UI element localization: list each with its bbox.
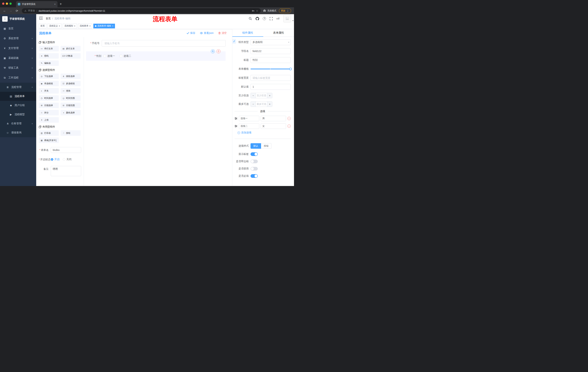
decrease-icon[interactable]: − xyxy=(251,102,256,107)
anchor-link-icon[interactable] xyxy=(232,39,236,44)
user-avatar[interactable]: ▾ xyxy=(284,15,291,22)
help-icon[interactable]: ? xyxy=(263,17,266,20)
reload-button[interactable]: ⟳ xyxy=(14,8,20,13)
tag-home[interactable]: 首页 xyxy=(39,24,46,28)
component-color-picker[interactable]: ◑颜色选择 xyxy=(61,110,81,115)
github-icon[interactable] xyxy=(256,17,259,20)
sidebar-item-system[interactable]: ⚙ 系统管理 ∨ xyxy=(0,33,36,43)
browser-menu-icon[interactable]: ⋮ xyxy=(286,9,289,12)
new-tab-button[interactable]: + xyxy=(60,2,62,6)
delete-component-button[interactable] xyxy=(217,49,220,53)
slider-handle[interactable] xyxy=(289,68,292,70)
title-input[interactable] xyxy=(251,57,291,63)
sidebar-item-payment[interactable]: ¥ 支付管理 ∨ xyxy=(0,43,36,53)
component-editor[interactable]: ✎编辑器 xyxy=(39,60,59,66)
component-date-picker[interactable]: ⊞日期选择 xyxy=(39,103,59,108)
tag-process-definition[interactable]: 流程定义 × xyxy=(47,24,62,28)
add-option-button[interactable]: + 添加选项 xyxy=(237,131,291,134)
copy-component-button[interactable] xyxy=(211,49,215,53)
component-upload[interactable]: ↥上传 xyxy=(39,117,59,123)
tab-form-props[interactable]: 表单属性 xyxy=(263,29,294,37)
tag-close-icon[interactable]: × xyxy=(59,25,60,27)
key-icon[interactable] xyxy=(252,10,254,12)
update-button[interactable]: 更新 ⋮ xyxy=(279,8,291,13)
option-2-value-input[interactable] xyxy=(261,123,286,129)
form-name-input[interactable] xyxy=(51,147,81,153)
phone-field-row[interactable]: 手机号 xyxy=(86,40,226,47)
fullscreen-icon[interactable] xyxy=(270,17,273,20)
label-width-input[interactable] xyxy=(251,75,291,81)
address-bar[interactable]: ⚠ 不安全 | dashboard.yudao.iocoder.cn/bpm/m… xyxy=(22,8,261,13)
sidebar-item-infra[interactable]: ▣ 基础设施 ∨ xyxy=(0,53,36,63)
gender-option-2-checkbox[interactable]: 选项二 xyxy=(120,54,131,58)
component-multi-text[interactable]: ▤多行文本 xyxy=(61,46,81,51)
component-switch[interactable]: ◐开关 xyxy=(39,88,59,94)
tag-close-icon[interactable]: × xyxy=(112,25,113,27)
component-table-dev[interactable]: ▦表格[开发中] xyxy=(39,138,59,143)
max-select-stepper[interactable]: − 最多可选 + xyxy=(251,101,272,107)
remove-option-icon[interactable]: − xyxy=(287,117,291,120)
min-select-stepper[interactable]: − 至少应选 + xyxy=(251,93,272,98)
design-canvas[interactable]: 手机号 性别 选项一 选 xyxy=(84,37,232,186)
sidebar-item-process-model[interactable]: ▶ 流程模型 xyxy=(0,110,36,119)
phone-input[interactable] xyxy=(102,40,226,47)
sidebar-item-process-form[interactable]: ▤ 流程表单 xyxy=(0,92,36,101)
component-single-text[interactable]: ▭单行文本 xyxy=(39,46,59,51)
increase-icon[interactable]: + xyxy=(267,102,272,107)
option-1-value-input[interactable] xyxy=(261,116,286,121)
app-logo[interactable]: 芋道管理系统 xyxy=(0,14,36,24)
tag-process-model[interactable]: 流程模型 × xyxy=(63,24,77,28)
bookmark-star-icon[interactable]: ☆ xyxy=(256,10,258,12)
remove-option-icon[interactable]: − xyxy=(287,125,291,128)
component-password[interactable]: ∗密码 xyxy=(39,53,59,59)
show-label-switch[interactable] xyxy=(251,152,258,156)
component-counter[interactable]: 123计数器 xyxy=(61,53,81,59)
component-slider[interactable]: ⊸滑块 xyxy=(61,88,81,94)
slider-track[interactable] xyxy=(251,69,291,69)
field-name-input[interactable] xyxy=(251,48,291,54)
tag-process-form-edit[interactable]: 流程表单-编辑 × xyxy=(93,24,115,28)
back-button[interactable]: ← xyxy=(2,8,7,13)
component-select[interactable]: ◎下拉选择 xyxy=(39,74,59,79)
status-on-radio[interactable]: 开启 xyxy=(51,158,60,161)
component-time-range[interactable]: ◶时间范围 xyxy=(61,95,81,101)
drag-handle-icon[interactable] xyxy=(234,117,237,120)
option-2-label-input[interactable] xyxy=(239,123,259,129)
disabled-switch[interactable] xyxy=(251,167,258,170)
component-rate[interactable]: ☆评分 xyxy=(39,110,59,115)
tag-process-form[interactable]: 流程表单 × xyxy=(78,24,92,28)
remark-textarea[interactable]: 嘿嘿 xyxy=(51,166,81,176)
sidebar-item-user-group[interactable]: ☻ 用户分组 xyxy=(0,101,36,110)
style-default-button[interactable]: 默认 xyxy=(251,143,261,149)
border-switch[interactable] xyxy=(251,159,258,163)
sidebar-item-task-mgmt[interactable]: ⋔ 任务管理 ∨ xyxy=(0,119,36,128)
option-1-label-input[interactable] xyxy=(239,116,259,121)
tab-component-props[interactable]: 组件属性 xyxy=(232,29,263,37)
gender-option-1-checkbox[interactable]: 选项一 xyxy=(104,54,115,58)
drag-handle-icon[interactable] xyxy=(234,125,237,128)
component-cascader[interactable]: ⋔级联选择 xyxy=(61,74,81,79)
browser-tab[interactable]: 芋道管理系统 × xyxy=(16,1,57,7)
sidebar-item-home[interactable]: ▦ 首页 xyxy=(0,24,36,33)
save-button[interactable]: 保存 xyxy=(187,32,195,35)
decrease-icon[interactable]: − xyxy=(251,93,256,98)
increase-icon[interactable]: + xyxy=(267,93,272,98)
minimize-window-button[interactable] xyxy=(6,2,8,5)
grid-slider[interactable] xyxy=(251,66,291,72)
sidebar-item-leave-query[interactable]: ☺ 请假查询 xyxy=(0,128,36,137)
close-window-button[interactable] xyxy=(2,2,4,5)
clear-button[interactable]: 清空 xyxy=(218,32,227,35)
component-type-select[interactable] xyxy=(251,39,291,45)
font-size-icon[interactable]: ᴛT xyxy=(276,17,280,20)
tag-close-icon[interactable]: × xyxy=(89,25,91,27)
tab-close-icon[interactable]: × xyxy=(54,3,56,6)
sidebar-item-devtools[interactable]: ⚒ 研发工具 ∨ xyxy=(0,63,36,73)
component-row-container[interactable]: ▥行容器 xyxy=(39,130,59,136)
forward-button[interactable]: → xyxy=(8,8,13,13)
breadcrumb-home[interactable]: 首页 xyxy=(46,17,51,20)
default-value-input[interactable] xyxy=(251,84,291,90)
search-icon[interactable] xyxy=(249,17,252,20)
required-switch[interactable] xyxy=(251,174,258,178)
component-radio-group[interactable]: ◉单选框组 xyxy=(39,81,59,86)
component-checkbox-group[interactable]: ☑多选框组 xyxy=(61,81,81,86)
